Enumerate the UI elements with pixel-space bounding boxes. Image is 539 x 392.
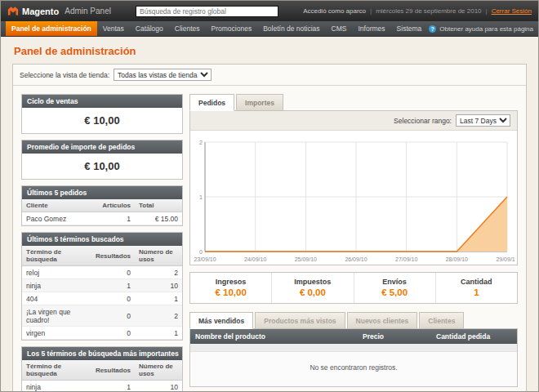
- dashboard-tab[interactable]: Pedidos: [189, 94, 234, 111]
- table-cell: 1: [98, 212, 135, 225]
- magento-admin-window: Magento Admin Panel Accedió como aparco …: [0, 0, 539, 392]
- global-search-input[interactable]: [136, 6, 278, 17]
- main-nav: Panel de administración Ventas Catálogo …: [6, 21, 427, 36]
- logged-in-text: Accedió como aparco: [303, 7, 366, 15]
- last-search-widget: Últimos 5 términos buscados Término de b…: [21, 232, 183, 341]
- separator: |: [370, 7, 372, 15]
- nav-item[interactable]: Promociones: [206, 21, 258, 36]
- dashboard-left-column: Ciclo de ventas € 10,00 Promedio de impo…: [21, 94, 183, 391]
- grid-tab[interactable]: Más vendidos: [189, 312, 253, 329]
- svg-text:1: 1: [199, 194, 203, 200]
- table-cell: 10: [135, 381, 182, 392]
- nav-item[interactable]: Panel de administración: [6, 21, 97, 36]
- last-search-table: Término de búsquedaResultadosNúmero de u…: [22, 246, 182, 340]
- table-cell: 0: [91, 327, 135, 340]
- table-cell: ninja: [22, 381, 91, 392]
- table-cell: 404: [22, 292, 91, 305]
- nav-item[interactable]: Boletín de noticias: [257, 21, 325, 36]
- chart-area: 01223/09/1024/09/1025/09/1026/09/1027/09…: [190, 131, 517, 265]
- average-order-widget: Promedio de importe de pedidos € 10,00: [21, 140, 183, 180]
- magento-logo-icon: [7, 6, 19, 17]
- nav-bar: Panel de administración Ventas Catálogo …: [1, 21, 538, 37]
- total-value: 1: [436, 287, 517, 297]
- table-row: ¡La virgen que cuadro!02: [22, 305, 182, 327]
- totals-bar: Ingresos € 10,00 Impuestos € 0,00 Envíos: [189, 272, 518, 304]
- svg-text:24/09/10: 24/09/10: [244, 256, 266, 262]
- column-header: Término de búsqueda: [22, 360, 91, 381]
- page-title: Panel de administración: [1, 37, 538, 64]
- column-header: Total: [135, 199, 182, 212]
- column-header: Número de usos: [135, 246, 182, 266]
- total-label: Impuestos: [272, 278, 353, 286]
- table-row: Paco Gomez1€ 15.00: [22, 212, 182, 225]
- separator: |: [486, 7, 488, 15]
- grid-tab[interactable]: Nuevos clientes: [347, 312, 418, 329]
- svg-text:26/09/10: 26/09/10: [345, 256, 367, 262]
- table-cell: virgen: [22, 327, 91, 340]
- total-value: € 5,00: [354, 287, 435, 297]
- last-search-title: Últimos 5 términos buscados: [22, 233, 182, 246]
- help-link[interactable]: ? Obtener ayuda para esta página: [429, 21, 533, 36]
- svg-text:29/09/10: 29/09/10: [496, 256, 515, 262]
- column-header: Precio: [358, 329, 431, 344]
- brand-suffix-text: Admin Panel: [65, 7, 111, 16]
- store-view-label: Seleccione la vista de tienda:: [20, 71, 109, 79]
- store-view-bar: Seleccione la vista de tienda: Todas las…: [13, 65, 526, 86]
- logout-link[interactable]: Cerrar Sesión: [492, 7, 532, 15]
- store-view-select[interactable]: Todas las vistas de tienda: [114, 69, 212, 81]
- table-cell: 1: [135, 292, 182, 305]
- last-orders-widget: Últimos 5 pedidos ClienteArtículosTotalP…: [21, 185, 183, 226]
- table-row: ninja110: [22, 381, 182, 392]
- grid-tab[interactable]: Productos más vistos: [255, 312, 345, 329]
- total-value: € 0,00: [272, 287, 353, 297]
- table-row: 40401: [22, 292, 182, 305]
- top-search-title: Los 5 términos de búsqueda más important…: [22, 347, 182, 360]
- lifetime-sales-widget: Ciclo de ventas € 10,00: [21, 94, 183, 134]
- column-header: Término de búsqueda: [22, 246, 91, 266]
- table-cell: reloj: [22, 266, 91, 279]
- table-cell: 0: [91, 292, 135, 305]
- average-order-value: € 10,00: [22, 154, 182, 179]
- page-content: Panel de administración Seleccione la vi…: [1, 37, 538, 391]
- top-bar: Magento Admin Panel Accedió como aparco …: [1, 1, 538, 21]
- nav-item[interactable]: CMS: [326, 21, 353, 36]
- column-header: Artículos: [98, 199, 135, 212]
- global-search: [111, 6, 303, 17]
- average-order-title: Promedio de importe de pedidos: [22, 140, 182, 154]
- lifetime-sales-title: Ciclo de ventas: [22, 95, 182, 108]
- table-cell: Paco Gomez: [22, 212, 98, 225]
- svg-text:23/09/10: 23/09/10: [194, 256, 216, 262]
- nav-item[interactable]: Sistema: [391, 21, 428, 36]
- table-cell: 2: [135, 305, 182, 327]
- table-row: ninja110: [22, 279, 182, 292]
- nav-item[interactable]: Clientes: [169, 21, 206, 36]
- column-header: Cliente: [22, 199, 98, 212]
- total-cell: Impuestos € 0,00: [271, 273, 353, 303]
- column-header: Cantidad pedida: [431, 329, 517, 344]
- svg-text:2: 2: [199, 140, 203, 145]
- nav-item[interactable]: Ventas: [97, 21, 130, 36]
- top-search-table: Término de búsquedaResultadosNúmero de u…: [22, 360, 182, 391]
- table-cell: 1: [91, 381, 135, 392]
- table-cell: 0: [91, 305, 135, 327]
- lifetime-sales-value: € 10,00: [22, 108, 182, 133]
- grid-tabs: Más vendidos Productos más vistos Nuevos…: [189, 312, 518, 329]
- table-cell: 10: [135, 279, 182, 292]
- svg-text:0: 0: [199, 249, 203, 255]
- table-cell: 1: [91, 279, 135, 292]
- total-label: Envíos: [354, 278, 435, 286]
- top-search-widget: Los 5 términos de búsqueda más important…: [21, 346, 183, 391]
- table-cell: ¡La virgen que cuadro!: [22, 305, 91, 327]
- table-cell: 1: [135, 327, 182, 340]
- session-date: miércoles 29 de septiembre de 2010: [376, 7, 481, 15]
- column-header: Nombre del producto: [190, 329, 358, 344]
- products-grid-box: Nombre del productoPrecioCantidad pedida…: [189, 328, 518, 387]
- grid-tab[interactable]: Clientes: [419, 312, 464, 329]
- help-label: Obtener ayuda para esta página: [439, 25, 533, 33]
- dashboard-tab[interactable]: Importes: [236, 94, 283, 111]
- nav-item[interactable]: Catálogo: [130, 21, 169, 36]
- dashboard-columns: Ciclo de ventas € 10,00 Promedio de impo…: [13, 86, 526, 391]
- total-label: Cantidad: [436, 278, 517, 286]
- range-select[interactable]: Last 7 Days: [456, 114, 510, 127]
- nav-item[interactable]: Informes: [353, 21, 391, 36]
